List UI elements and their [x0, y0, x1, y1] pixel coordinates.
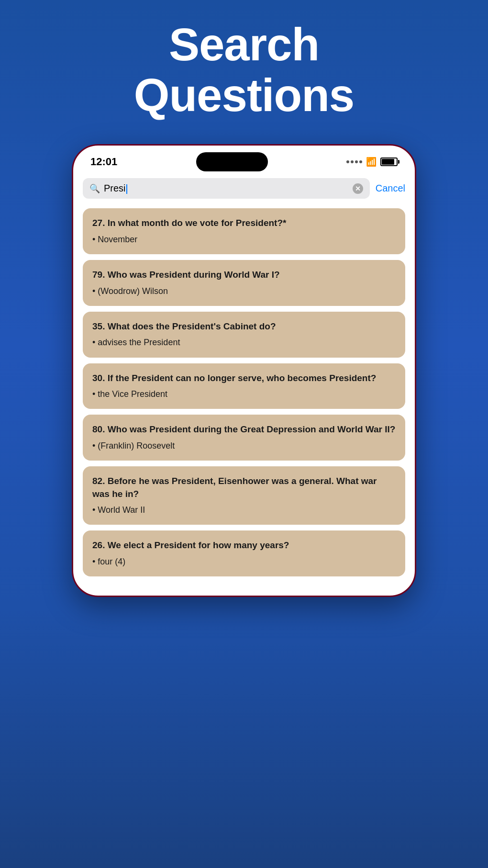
result-card[interactable]: 35. What does the President's Cabinet do… — [83, 312, 405, 358]
result-answer: • November — [92, 234, 396, 246]
result-answer: • World War II — [92, 504, 396, 516]
result-question: 35. What does the President's Cabinet do… — [92, 320, 396, 333]
result-card[interactable]: 80. Who was President during the Great D… — [83, 415, 405, 461]
result-answer: • (Woodrow) Wilson — [92, 285, 396, 297]
wifi-icon: 📶 — [366, 157, 377, 167]
result-question: 80. Who was President during the Great D… — [92, 423, 396, 436]
search-bar-container: 🔍 Presi ✕ Cancel — [73, 174, 415, 204]
battery-icon — [380, 158, 398, 166]
result-answer: • advises the President — [92, 337, 396, 349]
result-question: 27. In what month do we vote for Preside… — [92, 217, 396, 230]
result-card[interactable]: 79. Who was President during World War I… — [83, 260, 405, 306]
search-bar[interactable]: 🔍 Presi ✕ — [83, 178, 370, 199]
search-magnifier-icon: 🔍 — [89, 183, 100, 194]
results-list: 27. In what month do we vote for Preside… — [73, 204, 415, 581]
result-card[interactable]: 27. In what month do we vote for Preside… — [83, 208, 405, 254]
result-answer: • the Vice President — [92, 388, 396, 400]
result-card[interactable]: 82. Before he was President, Eisenhower … — [83, 466, 405, 525]
status-time: 12:01 — [90, 156, 117, 168]
result-question: 30. If the President can no longer serve… — [92, 372, 396, 385]
result-question: 79. Who was President during World War I… — [92, 269, 396, 282]
search-clear-button[interactable]: ✕ — [353, 183, 363, 194]
result-answer: • four (4) — [92, 556, 396, 568]
search-input[interactable]: Presi — [104, 183, 349, 194]
status-icons: 📶 — [346, 157, 398, 167]
cancel-button[interactable]: Cancel — [376, 183, 405, 194]
result-question: 26. We elect a President for how many ye… — [92, 539, 396, 552]
signal-dots — [346, 160, 362, 163]
phone-frame: 12:01 📶 🔍 Presi ✕ Cancel 27. In wh — [72, 144, 416, 597]
result-card[interactable]: 30. If the President can no longer serve… — [83, 363, 405, 409]
result-question: 82. Before he was President, Eisenhower … — [92, 475, 396, 500]
status-bar: 12:01 📶 — [73, 146, 415, 174]
result-answer: • (Franklin) Roosevelt — [92, 440, 396, 452]
page-title: Search Questions — [134, 19, 354, 120]
result-card[interactable]: 26. We elect a President for how many ye… — [83, 530, 405, 576]
dynamic-island — [196, 152, 268, 171]
